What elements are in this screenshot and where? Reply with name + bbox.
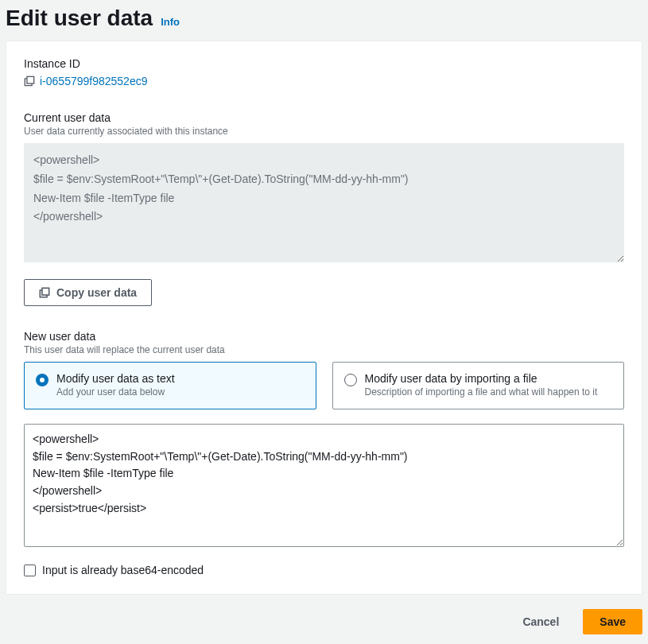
radio-circle-icon (344, 374, 357, 386)
footer-actions: Cancel Save (6, 595, 642, 634)
current-user-data-section: Current user data User data currently as… (24, 111, 624, 306)
radio-import-file[interactable]: Modify user data by importing a file Des… (332, 362, 625, 409)
cancel-button[interactable]: Cancel (506, 609, 575, 634)
radio-modify-as-text[interactable]: Modify user data as text Add your user d… (24, 362, 316, 409)
new-user-data-section: New user data This user data will replac… (24, 330, 624, 576)
radio-title: Modify user data as text (56, 372, 305, 385)
svg-rect-1 (42, 288, 49, 295)
current-user-data-desc: User data currently associated with this… (24, 126, 624, 137)
page-title: Edit user data (6, 6, 153, 31)
svg-rect-0 (27, 76, 34, 83)
new-user-data-textarea[interactable] (24, 424, 624, 547)
instance-id-link[interactable]: i-0655799f982552ec9 (40, 75, 147, 87)
radio-desc: Add your user data below (56, 386, 305, 398)
copy-user-data-label: Copy user data (56, 286, 137, 299)
copy-user-data-button[interactable]: Copy user data (24, 279, 152, 306)
copy-icon (39, 287, 50, 298)
form-panel: Instance ID i-0655799f982552ec9 Current … (6, 41, 642, 595)
base64-checkbox-label[interactable]: Input is already base64-encoded (42, 564, 204, 576)
instance-id-field: Instance ID i-0655799f982552ec9 (24, 57, 624, 87)
save-button[interactable]: Save (583, 609, 642, 634)
radio-title: Modify user data by importing a file (365, 372, 613, 385)
current-user-data-label: Current user data (24, 111, 624, 124)
radio-circle-icon (36, 374, 49, 386)
base64-checkbox[interactable] (24, 564, 36, 576)
radio-desc: Description of importing a file and what… (365, 386, 613, 398)
new-user-data-label: New user data (24, 330, 624, 343)
info-link[interactable]: Info (161, 16, 180, 28)
mode-radio-group: Modify user data as text Add your user d… (24, 362, 624, 409)
new-user-data-desc: This user data will replace the current … (24, 344, 624, 355)
instance-id-label: Instance ID (24, 57, 624, 70)
current-user-data-textarea (24, 143, 624, 262)
copy-icon[interactable] (24, 76, 35, 87)
